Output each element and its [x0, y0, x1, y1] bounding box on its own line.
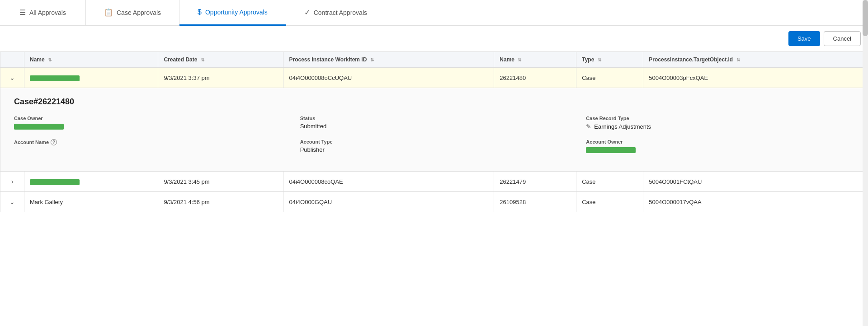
row1-name2: 26221480 — [494, 68, 576, 88]
row3-name: Mark Gallety — [24, 192, 158, 212]
sort-name2-icon: ⇅ — [518, 57, 521, 62]
row1-created-date: 9/3/2021 3:37 pm — [158, 68, 283, 88]
case-record-type-field: Case Record Type ✎ Earnings Adjustments — [586, 116, 854, 130]
list-icon: ☰ — [19, 8, 26, 17]
sort-name-icon: ⇅ — [48, 57, 52, 62]
tab-contract-label: Contract Approvals — [314, 9, 367, 16]
tab-opportunity-approvals[interactable]: $ Opportunity Approvals — [179, 0, 286, 26]
scrollbar-track — [863, 0, 868, 212]
col-created-date[interactable]: Created Date ⇅ — [158, 52, 283, 68]
row2-process-instance-workitem-id: 04i4O000008coQAE — [283, 172, 494, 192]
row3-type: Case — [576, 192, 643, 212]
cancel-button[interactable]: Cancel — [824, 31, 861, 46]
status-value: Submitted — [300, 123, 568, 130]
case-owner-label: Case Owner — [14, 116, 282, 121]
expand-cell-2: › — [0, 172, 24, 192]
row1-type: Case — [576, 68, 643, 88]
case-owner-value — [14, 123, 282, 130]
sort-type-icon: ⇅ — [598, 57, 601, 62]
save-button[interactable]: Save — [788, 31, 820, 46]
case-owner-field: Case Owner — [14, 116, 282, 130]
col-process-instance-workitem-id[interactable]: Process Instance Workitem ID ⇅ — [283, 52, 494, 68]
sort-date-icon: ⇅ — [201, 57, 204, 62]
sort-workitem-icon: ⇅ — [370, 57, 374, 62]
table-row: ⌄ Mark Gallety 9/3/2021 4:56 pm 04i4O000… — [0, 192, 868, 212]
table-row: › 9/3/2021 3:45 pm 04i4O000008coQAE 2622… — [0, 172, 868, 192]
sort-targetid-icon: ⇅ — [736, 57, 740, 62]
row1-name-redacted — [30, 75, 80, 81]
expanded-detail-cell: Case#26221480 Case Owner Status Su — [0, 88, 868, 172]
expand-cell-1: ⌄ — [0, 68, 24, 88]
tab-case-approvals[interactable]: 📋 Case Approvals — [86, 0, 179, 25]
tab-bar: ☰ All Approvals 📋 Case Approvals $ Oppor… — [0, 0, 868, 26]
account-owner-redacted — [586, 147, 636, 153]
case-record-type-label: Case Record Type — [586, 116, 854, 121]
approvals-table: Name ⇅ Created Date ⇅ Process Instance W… — [0, 51, 868, 212]
col-expand — [0, 52, 24, 68]
status-field: Status Submitted — [300, 116, 568, 130]
account-owner-label: Account Owner — [586, 139, 854, 144]
account-name-field: Account Name ? — [14, 139, 282, 153]
row2-name-redacted — [30, 179, 80, 185]
status-label: Status — [300, 116, 568, 121]
col-name[interactable]: Name ⇅ — [24, 52, 158, 68]
account-type-field: Account Type Publisher — [300, 139, 568, 153]
collapse-row-3-button[interactable]: ⌄ — [6, 196, 19, 207]
edit-icon: ✎ — [586, 123, 591, 130]
table-row: ⌄ 9/3/2021 3:37 pm 04i4O000008oCcUQAU 26… — [0, 68, 868, 88]
row2-type: Case — [576, 172, 643, 192]
row1-process-instance-workitem-id: 04i4O000008oCcUQAU — [283, 68, 494, 88]
toolbar: Save Cancel — [0, 26, 868, 51]
detail-grid-top: Case Owner Status Submitted Case — [14, 116, 854, 130]
account-owner-field: Account Owner — [586, 139, 854, 153]
case-owner-redacted — [14, 124, 64, 130]
dollar-icon: $ — [198, 8, 202, 16]
col-target-object-id[interactable]: ProcessInstance.TargetObject.Id ⇅ — [643, 52, 868, 68]
row3-target-object-id: 5004O000017vQAA — [643, 192, 868, 212]
expand-row-2-button[interactable]: › — [8, 176, 17, 187]
col-type[interactable]: Type ⇅ — [576, 52, 643, 68]
scrollbar-thumb[interactable] — [863, 0, 868, 36]
row1-target-object-id: 5004O00003pFcxQAE — [643, 68, 868, 88]
account-name-help-icon[interactable]: ? — [51, 139, 57, 145]
account-name-label: Account Name ? — [14, 139, 282, 145]
tab-case-label: Case Approvals — [117, 9, 161, 16]
expand-cell-3: ⌄ — [0, 192, 24, 212]
tab-opportunity-label: Opportunity Approvals — [205, 9, 268, 16]
account-owner-value — [586, 146, 854, 153]
table-header-row: Name ⇅ Created Date ⇅ Process Instance W… — [0, 52, 868, 68]
tab-all-approvals[interactable]: ☰ All Approvals — [0, 0, 86, 25]
row2-name — [24, 172, 158, 192]
row3-created-date: 9/3/2021 4:56 pm — [158, 192, 283, 212]
detail-title: Case#26221480 — [14, 97, 854, 107]
row1-name — [24, 68, 158, 88]
case-record-type-value: ✎ Earnings Adjustments — [586, 123, 854, 130]
account-type-label: Account Type — [300, 139, 568, 144]
tab-contract-approvals[interactable]: ✓ Contract Approvals — [286, 0, 385, 25]
row2-created-date: 9/3/2021 3:45 pm — [158, 172, 283, 192]
col-name2[interactable]: Name ⇅ — [494, 52, 576, 68]
collapse-row-1-button[interactable]: ⌄ — [6, 72, 19, 83]
expanded-detail-row-1: Case#26221480 Case Owner Status Su — [0, 88, 868, 172]
checkmark-icon: ✓ — [304, 8, 310, 17]
detail-panel: Case#26221480 Case Owner Status Su — [0, 88, 868, 171]
account-type-value: Publisher — [300, 146, 568, 153]
detail-grid-bottom: Account Name ? Account Type Publisher — [14, 139, 854, 153]
briefcase-icon: 📋 — [104, 8, 113, 17]
row2-target-object-id: 5004O0001FCtQAU — [643, 172, 868, 192]
row2-name2: 26221479 — [494, 172, 576, 192]
row3-process-instance-workitem-id: 04i4O000GQAU — [283, 192, 494, 212]
tab-all-label: All Approvals — [29, 9, 66, 16]
row3-name2: 26109528 — [494, 192, 576, 212]
